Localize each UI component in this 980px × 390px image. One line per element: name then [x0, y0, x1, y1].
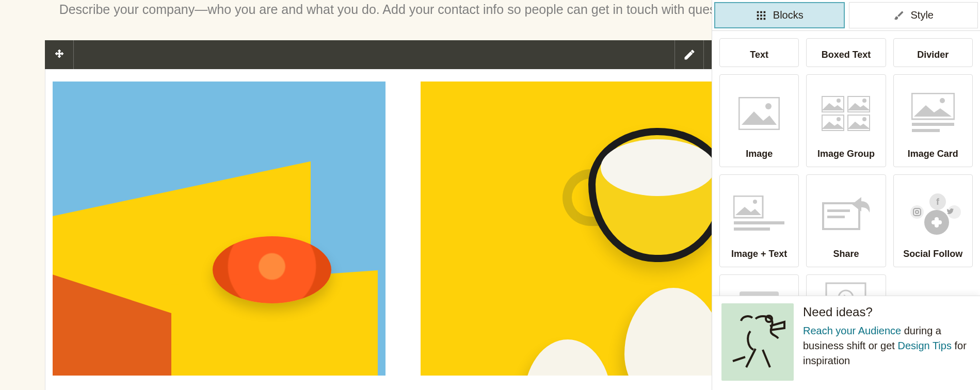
block-image-group[interactable]: Image Group — [806, 74, 886, 167]
svg-point-16 — [837, 118, 840, 121]
svg-point-12 — [837, 99, 840, 102]
column-right-heading: Share any relevant updates — [421, 388, 753, 391]
svg-text:f: f — [936, 197, 940, 207]
svg-rect-28 — [827, 209, 850, 212]
help-link-design-tips[interactable]: Design Tips — [897, 340, 952, 351]
image-icon — [724, 82, 794, 144]
svg-rect-22 — [912, 129, 940, 132]
svg-point-24 — [753, 200, 757, 204]
column-left[interactable]: Remind people what you offer — [45, 69, 393, 391]
svg-rect-3 — [757, 14, 759, 17]
svg-rect-6 — [757, 18, 759, 20]
column-right[interactable]: Share any relevant updates — [413, 69, 761, 391]
side-panel-tabs: Blocks Style — [712, 0, 980, 31]
help-body: Reach your Audience during a business sh… — [803, 323, 971, 368]
block-boxed-text[interactable]: Boxed Text — [806, 38, 886, 67]
editor-canvas-viewport[interactable]: Describe your company—who you are and wh… — [0, 0, 806, 390]
selected-content-block[interactable]: Remind people what you offer Share any r… — [45, 40, 761, 391]
email-canvas: Describe your company—who you are and wh… — [29, 0, 777, 390]
svg-rect-29 — [827, 216, 845, 218]
help-illustration — [721, 303, 794, 381]
block-share[interactable]: Share — [806, 174, 886, 267]
svg-rect-0 — [757, 11, 759, 13]
svg-point-42 — [766, 316, 772, 322]
block-divider[interactable]: Divider — [893, 38, 973, 67]
side-panel: Blocks Style Text Boxed Text Divider Ima… — [712, 0, 980, 390]
column-right-image — [421, 82, 753, 376]
grid-icon — [756, 10, 767, 21]
svg-rect-1 — [760, 11, 762, 13]
tab-blocks[interactable]: Blocks — [714, 2, 845, 28]
block-toolbar — [45, 40, 761, 69]
move-handle[interactable] — [45, 40, 74, 69]
block-image-card[interactable]: Image Card — [893, 74, 973, 167]
svg-rect-4 — [760, 14, 762, 17]
help-link-reach-audience[interactable]: Reach your Audience — [803, 325, 901, 336]
edit-button[interactable] — [674, 40, 703, 69]
svg-rect-5 — [763, 14, 765, 17]
svg-point-32 — [910, 205, 924, 219]
pencil-icon — [683, 48, 696, 61]
intro-text: Describe your company—who you are and wh… — [45, 0, 761, 20]
help-card: Need ideas? Reach your Audience during a… — [712, 296, 980, 390]
two-column-layout: Remind people what you offer Share any r… — [45, 69, 761, 391]
blocks-palette[interactable]: Text Boxed Text Divider Image — [712, 31, 980, 390]
svg-point-18 — [863, 118, 866, 121]
svg-point-14 — [863, 99, 866, 102]
image-text-icon — [724, 182, 794, 245]
svg-rect-8 — [763, 18, 765, 20]
svg-rect-26 — [734, 228, 770, 231]
image-card-icon — [898, 82, 968, 144]
block-text[interactable]: Text — [719, 38, 799, 67]
column-left-heading: Remind people what you offer — [53, 388, 385, 391]
svg-rect-2 — [763, 11, 765, 13]
move-icon — [53, 48, 66, 61]
block-image[interactable]: Image — [719, 74, 799, 167]
svg-rect-21 — [912, 123, 954, 126]
block-image-text[interactable]: Image + Text — [719, 174, 799, 267]
svg-rect-25 — [734, 221, 784, 224]
help-title: Need ideas? — [803, 303, 971, 321]
social-follow-icon: f — [898, 182, 968, 245]
block-social-follow[interactable]: f Social Follow — [893, 174, 973, 267]
column-left-image — [53, 82, 385, 376]
tab-style[interactable]: Style — [849, 2, 978, 28]
image-group-icon — [811, 82, 881, 144]
brush-icon — [893, 10, 905, 21]
svg-point-20 — [940, 98, 945, 103]
svg-point-10 — [765, 103, 772, 109]
share-icon — [811, 182, 881, 245]
tab-style-label: Style — [911, 9, 934, 21]
svg-rect-7 — [760, 18, 762, 20]
tab-blocks-label: Blocks — [773, 9, 804, 21]
svg-rect-38 — [935, 217, 939, 228]
